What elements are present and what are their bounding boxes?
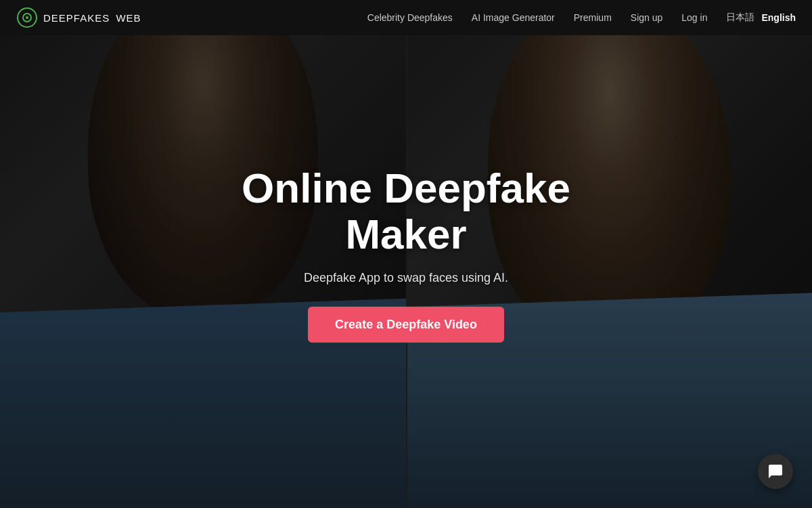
nav-item-ai-image[interactable]: AI Image Generator (472, 12, 555, 24)
nav-link-login[interactable]: Log in (681, 12, 707, 23)
language-switcher: 日本語 English (726, 12, 796, 24)
lang-en[interactable]: English (761, 12, 796, 23)
logo-link[interactable]: DEEPFAKES WEB (16, 7, 141, 28)
hero-content: Online Deepfake Maker Deepfake App to sw… (169, 165, 643, 343)
create-deepfake-button[interactable]: Create a Deepfake Video (308, 307, 504, 343)
logo-text: DEEPFAKES WEB (43, 12, 141, 24)
logo-icon (16, 7, 38, 28)
nav-item-login[interactable]: Log in (681, 12, 707, 24)
hero-subtitle: Deepfake App to swap faces using AI. (169, 271, 643, 285)
nav-links: Celebrity Deepfakes AI Image Generator P… (367, 12, 708, 24)
navbar: DEEPFAKES WEB Celebrity Deepfakes AI Ima… (0, 0, 812, 35)
hero-title: Online Deepfake Maker (169, 165, 643, 257)
nav-link-celebrity[interactable]: Celebrity Deepfakes (367, 12, 453, 23)
lang-ja[interactable]: 日本語 (726, 12, 754, 24)
hero-section: 302 3 DEEPFAKES WEB Celebrity Deepfakes (0, 0, 812, 508)
svg-point-2 (26, 16, 28, 19)
nav-item-signup[interactable]: Sign up (631, 12, 662, 24)
nav-item-celebrity[interactable]: Celebrity Deepfakes (367, 12, 453, 24)
nav-item-premium[interactable]: Premium (574, 12, 612, 24)
nav-link-ai-image[interactable]: AI Image Generator (472, 12, 555, 23)
nav-link-signup[interactable]: Sign up (631, 12, 662, 23)
chat-button[interactable] (758, 454, 793, 489)
nav-link-premium[interactable]: Premium (574, 12, 612, 23)
chat-bubble-icon (767, 463, 784, 480)
